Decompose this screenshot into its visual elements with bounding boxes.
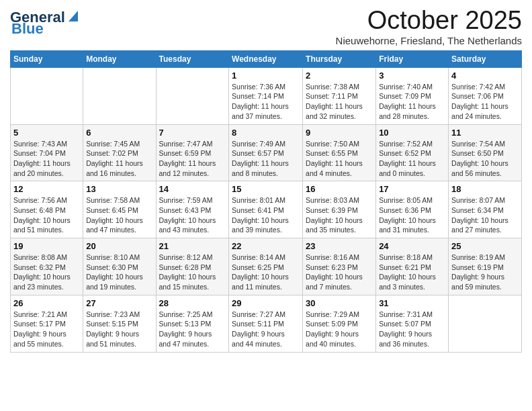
day-info: Sunrise: 7:38 AM Sunset: 7:11 PM Dayligh… bbox=[306, 82, 373, 122]
day-info: Sunrise: 8:01 AM Sunset: 6:41 PM Dayligh… bbox=[232, 195, 300, 235]
day-number: 23 bbox=[306, 241, 373, 251]
day-of-week-header: Saturday bbox=[449, 50, 522, 67]
day-info: Sunrise: 7:25 AM Sunset: 5:13 PM Dayligh… bbox=[159, 310, 226, 349]
day-number: 8 bbox=[232, 128, 300, 138]
day-of-week-header: Friday bbox=[376, 50, 449, 67]
calendar-day-cell: 19Sunrise: 8:08 AM Sunset: 6:32 PM Dayli… bbox=[11, 238, 83, 295]
day-number: 1 bbox=[232, 71, 300, 81]
calendar-day-cell: 4Sunrise: 7:42 AM Sunset: 7:06 PM Daylig… bbox=[449, 67, 522, 124]
day-number: 19 bbox=[13, 241, 80, 251]
calendar-week-row: 19Sunrise: 8:08 AM Sunset: 6:32 PM Dayli… bbox=[11, 238, 522, 295]
day-number: 25 bbox=[451, 241, 519, 251]
calendar-day-cell: 17Sunrise: 8:05 AM Sunset: 6:36 PM Dayli… bbox=[376, 181, 449, 238]
calendar-day-cell: 29Sunrise: 7:27 AM Sunset: 5:11 PM Dayli… bbox=[229, 295, 303, 352]
day-info: Sunrise: 7:50 AM Sunset: 6:55 PM Dayligh… bbox=[306, 139, 373, 179]
calendar-day-cell: 13Sunrise: 7:58 AM Sunset: 6:45 PM Dayli… bbox=[83, 181, 156, 238]
day-info: Sunrise: 8:10 AM Sunset: 6:30 PM Dayligh… bbox=[86, 253, 152, 292]
day-info: Sunrise: 7:42 AM Sunset: 7:06 PM Dayligh… bbox=[451, 82, 519, 122]
month-title: October 2025 bbox=[336, 7, 522, 35]
day-info: Sunrise: 7:36 AM Sunset: 7:14 PM Dayligh… bbox=[232, 82, 300, 122]
calendar-day-cell: 20Sunrise: 8:10 AM Sunset: 6:30 PM Dayli… bbox=[83, 238, 156, 295]
calendar-day-cell: 1Sunrise: 7:36 AM Sunset: 7:14 PM Daylig… bbox=[229, 67, 303, 124]
day-number: 29 bbox=[232, 298, 300, 308]
day-number: 7 bbox=[159, 128, 226, 138]
day-info: Sunrise: 8:16 AM Sunset: 6:23 PM Dayligh… bbox=[306, 253, 373, 292]
day-number: 11 bbox=[451, 128, 519, 138]
day-info: Sunrise: 7:47 AM Sunset: 6:59 PM Dayligh… bbox=[159, 139, 226, 179]
day-number: 9 bbox=[306, 128, 373, 138]
day-info: Sunrise: 7:23 AM Sunset: 5:15 PM Dayligh… bbox=[86, 310, 152, 349]
calendar-day-cell bbox=[11, 67, 83, 124]
day-number: 30 bbox=[306, 298, 373, 308]
calendar-day-cell: 11Sunrise: 7:54 AM Sunset: 6:50 PM Dayli… bbox=[449, 124, 522, 181]
day-info: Sunrise: 7:21 AM Sunset: 5:17 PM Dayligh… bbox=[13, 310, 80, 349]
day-info: Sunrise: 7:59 AM Sunset: 6:43 PM Dayligh… bbox=[159, 195, 226, 235]
day-info: Sunrise: 7:27 AM Sunset: 5:11 PM Dayligh… bbox=[232, 310, 300, 349]
day-number: 26 bbox=[13, 298, 80, 308]
calendar-day-cell: 21Sunrise: 8:12 AM Sunset: 6:28 PM Dayli… bbox=[156, 238, 229, 295]
day-number: 16 bbox=[306, 184, 373, 194]
day-info: Sunrise: 7:49 AM Sunset: 6:57 PM Dayligh… bbox=[232, 139, 300, 179]
day-of-week-header: Thursday bbox=[303, 50, 376, 67]
day-of-week-header: Wednesday bbox=[229, 50, 303, 67]
calendar-day-cell: 12Sunrise: 7:56 AM Sunset: 6:48 PM Dayli… bbox=[11, 181, 83, 238]
day-number: 14 bbox=[159, 184, 226, 194]
day-info: Sunrise: 7:54 AM Sunset: 6:50 PM Dayligh… bbox=[451, 139, 519, 179]
day-info: Sunrise: 8:03 AM Sunset: 6:39 PM Dayligh… bbox=[306, 195, 373, 235]
day-info: Sunrise: 7:43 AM Sunset: 7:04 PM Dayligh… bbox=[13, 139, 80, 179]
day-number: 4 bbox=[451, 71, 519, 81]
svg-marker-0 bbox=[69, 11, 78, 21]
day-number: 6 bbox=[86, 128, 152, 138]
day-info: Sunrise: 8:07 AM Sunset: 6:34 PM Dayligh… bbox=[451, 195, 519, 235]
day-info: Sunrise: 7:45 AM Sunset: 7:02 PM Dayligh… bbox=[86, 139, 152, 179]
calendar-day-cell: 31Sunrise: 7:31 AM Sunset: 5:07 PM Dayli… bbox=[376, 295, 449, 352]
location-subtitle: Nieuwehorne, Friesland, The Netherlands bbox=[336, 35, 522, 46]
calendar-day-cell: 15Sunrise: 8:01 AM Sunset: 6:41 PM Dayli… bbox=[229, 181, 303, 238]
calendar-day-cell: 23Sunrise: 8:16 AM Sunset: 6:23 PM Dayli… bbox=[303, 238, 376, 295]
day-number: 28 bbox=[159, 298, 226, 308]
calendar-header-row: SundayMondayTuesdayWednesdayThursdayFrid… bbox=[11, 50, 522, 67]
calendar-day-cell: 18Sunrise: 8:07 AM Sunset: 6:34 PM Dayli… bbox=[449, 181, 522, 238]
day-number: 18 bbox=[451, 184, 519, 194]
day-info: Sunrise: 8:08 AM Sunset: 6:32 PM Dayligh… bbox=[13, 253, 80, 292]
day-number: 12 bbox=[13, 184, 80, 194]
calendar-day-cell: 6Sunrise: 7:45 AM Sunset: 7:02 PM Daylig… bbox=[83, 124, 156, 181]
calendar-day-cell: 2Sunrise: 7:38 AM Sunset: 7:11 PM Daylig… bbox=[303, 67, 376, 124]
title-area: October 2025 Nieuwehorne, Friesland, The… bbox=[336, 7, 522, 46]
day-number: 20 bbox=[86, 241, 152, 251]
day-number: 13 bbox=[86, 184, 152, 194]
day-info: Sunrise: 7:31 AM Sunset: 5:07 PM Dayligh… bbox=[379, 310, 445, 349]
day-number: 21 bbox=[159, 241, 226, 251]
calendar-day-cell: 7Sunrise: 7:47 AM Sunset: 6:59 PM Daylig… bbox=[156, 124, 229, 181]
calendar-day-cell: 8Sunrise: 7:49 AM Sunset: 6:57 PM Daylig… bbox=[229, 124, 303, 181]
day-number: 10 bbox=[379, 128, 445, 138]
day-of-week-header: Sunday bbox=[11, 50, 83, 67]
calendar-week-row: 12Sunrise: 7:56 AM Sunset: 6:48 PM Dayli… bbox=[11, 181, 522, 238]
calendar-day-cell bbox=[83, 67, 156, 124]
calendar-day-cell: 9Sunrise: 7:50 AM Sunset: 6:55 PM Daylig… bbox=[303, 124, 376, 181]
calendar-week-row: 5Sunrise: 7:43 AM Sunset: 7:04 PM Daylig… bbox=[11, 124, 522, 181]
calendar-day-cell: 14Sunrise: 7:59 AM Sunset: 6:43 PM Dayli… bbox=[156, 181, 229, 238]
calendar-day-cell: 22Sunrise: 8:14 AM Sunset: 6:25 PM Dayli… bbox=[229, 238, 303, 295]
calendar-day-cell: 28Sunrise: 7:25 AM Sunset: 5:13 PM Dayli… bbox=[156, 295, 229, 352]
day-info: Sunrise: 7:52 AM Sunset: 6:52 PM Dayligh… bbox=[379, 139, 445, 179]
day-number: 2 bbox=[306, 71, 373, 81]
calendar-week-row: 1Sunrise: 7:36 AM Sunset: 7:14 PM Daylig… bbox=[11, 67, 522, 124]
calendar-day-cell: 16Sunrise: 8:03 AM Sunset: 6:39 PM Dayli… bbox=[303, 181, 376, 238]
day-info: Sunrise: 8:19 AM Sunset: 6:19 PM Dayligh… bbox=[451, 253, 519, 292]
calendar-day-cell bbox=[156, 67, 229, 124]
day-info: Sunrise: 7:29 AM Sunset: 5:09 PM Dayligh… bbox=[306, 310, 373, 349]
logo: General Blue bbox=[10, 9, 81, 38]
calendar-day-cell: 25Sunrise: 8:19 AM Sunset: 6:19 PM Dayli… bbox=[449, 238, 522, 295]
calendar-day-cell: 10Sunrise: 7:52 AM Sunset: 6:52 PM Dayli… bbox=[376, 124, 449, 181]
calendar-day-cell: 27Sunrise: 7:23 AM Sunset: 5:15 PM Dayli… bbox=[83, 295, 156, 352]
day-number: 22 bbox=[232, 241, 300, 251]
calendar-table: SundayMondayTuesdayWednesdayThursdayFrid… bbox=[10, 50, 522, 353]
day-info: Sunrise: 8:14 AM Sunset: 6:25 PM Dayligh… bbox=[232, 253, 300, 292]
page-header: General Blue October 2025 Nieuwehorne, F… bbox=[10, 7, 522, 46]
day-number: 15 bbox=[232, 184, 300, 194]
calendar-day-cell: 24Sunrise: 8:18 AM Sunset: 6:21 PM Dayli… bbox=[376, 238, 449, 295]
calendar-day-cell: 3Sunrise: 7:40 AM Sunset: 7:09 PM Daylig… bbox=[376, 67, 449, 124]
day-info: Sunrise: 8:18 AM Sunset: 6:21 PM Dayligh… bbox=[379, 253, 445, 292]
calendar-day-cell: 26Sunrise: 7:21 AM Sunset: 5:17 PM Dayli… bbox=[11, 295, 83, 352]
